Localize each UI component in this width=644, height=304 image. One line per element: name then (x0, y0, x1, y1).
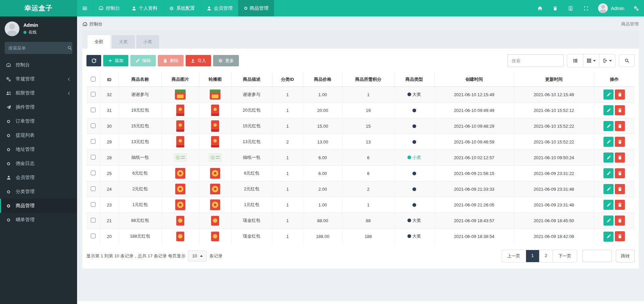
sidebar-item[interactable]: 权限管理 (0, 86, 77, 100)
row-edit-button[interactable] (603, 121, 614, 131)
row-edit-button[interactable] (603, 184, 614, 194)
carousel-image[interactable] (210, 89, 220, 100)
row-delete-button[interactable] (615, 231, 625, 241)
row-edit-button[interactable] (603, 89, 614, 100)
product-image[interactable] (176, 120, 184, 132)
next-page-button[interactable]: 下一页 (553, 250, 577, 262)
sidebar-item[interactable]: 常规管理 (0, 72, 77, 86)
column-header[interactable]: 操作 (594, 72, 635, 87)
product-image[interactable] (176, 232, 184, 241)
carousel-image[interactable] (211, 120, 219, 132)
log-book-button[interactable] (563, 0, 578, 16)
row-checkbox[interactable] (91, 171, 95, 175)
product-image[interactable] (175, 184, 185, 194)
settings-button[interactable] (629, 0, 644, 16)
row-edit-button[interactable] (603, 137, 614, 147)
row-delete-button[interactable] (615, 216, 625, 226)
search-icon[interactable] (67, 46, 72, 50)
row-delete-button[interactable] (615, 105, 625, 115)
sidebar-item[interactable]: 地址管理 (0, 142, 77, 157)
carousel-image[interactable] (211, 232, 219, 241)
sidebar-item[interactable]: 控制台 (0, 58, 77, 72)
export-button[interactable] (599, 54, 615, 67)
navbar-menu-item[interactable]: 控制台 (92, 0, 126, 16)
row-checkbox[interactable] (91, 234, 95, 238)
sidebar-item[interactable]: 分类管理 (0, 185, 77, 199)
column-header[interactable]: 商品价格 (303, 72, 342, 87)
row-checkbox[interactable] (91, 155, 95, 160)
row-delete-button[interactable] (615, 89, 625, 100)
product-image[interactable] (176, 105, 184, 116)
edit-button[interactable]: 编辑 (130, 55, 156, 66)
sidebar-item[interactable]: 订单管理 (0, 114, 77, 128)
sidebar-item[interactable]: 插件管理 (0, 100, 77, 114)
column-header[interactable]: 轮播图 (199, 72, 231, 87)
sidebar-item[interactable]: 会员管理 (0, 171, 77, 185)
import-button[interactable]: 导入 (186, 55, 211, 66)
home-button[interactable] (532, 0, 548, 16)
row-delete-button[interactable] (615, 153, 625, 163)
fullscreen-button[interactable] (578, 0, 594, 16)
row-edit-button[interactable] (603, 232, 614, 242)
product-image[interactable] (176, 136, 184, 147)
row-edit-button[interactable] (603, 105, 614, 115)
breadcrumb[interactable]: 控制台 (82, 21, 103, 27)
tab[interactable]: 全部 (87, 35, 110, 49)
row-checkbox[interactable] (91, 123, 95, 128)
row-edit-button[interactable] (603, 153, 614, 163)
column-header[interactable]: 创建时间 (434, 72, 514, 87)
row-delete-button[interactable] (615, 200, 625, 210)
column-header[interactable]: 商品名称 (119, 72, 162, 87)
carousel-image[interactable] (210, 184, 220, 194)
row-checkbox[interactable] (91, 92, 95, 97)
select-all-checkbox[interactable] (91, 77, 95, 81)
column-header[interactable]: 商品所需积分 (342, 72, 394, 87)
page-number-button[interactable]: 1 (526, 250, 539, 262)
sidebar-item[interactable]: 提现列表 (0, 128, 77, 142)
sidebar-search-input[interactable] (8, 46, 67, 51)
sidebar-item[interactable]: 晒单管理 (0, 213, 77, 227)
row-edit-button[interactable] (603, 216, 614, 226)
product-image[interactable] (175, 89, 186, 100)
tab[interactable]: 大奖 (112, 35, 135, 49)
row-delete-button[interactable] (615, 184, 625, 194)
column-header[interactable]: 商品类型 (394, 72, 434, 87)
product-image[interactable] (176, 216, 184, 226)
row-checkbox[interactable] (91, 202, 95, 207)
carousel-image[interactable] (211, 216, 219, 226)
navbar-menu-item[interactable]: 个人资料 (126, 0, 163, 16)
row-delete-button[interactable] (615, 168, 625, 178)
row-delete-button[interactable] (615, 137, 625, 147)
add-button[interactable]: 添加 (103, 55, 128, 66)
row-checkbox[interactable] (91, 108, 95, 112)
sidebar-item[interactable]: 佣金日志 (0, 157, 77, 171)
columns-button[interactable] (583, 54, 599, 67)
jump-button[interactable]: 跳转 (616, 250, 635, 262)
brand[interactable]: 幸运盒子 (0, 0, 77, 16)
sidebar-toggle-button[interactable] (77, 0, 92, 16)
navbar-menu-item[interactable]: 商品管理 (238, 0, 274, 16)
navbar-menu-item[interactable]: 会员管理 (201, 0, 238, 16)
page-number-button[interactable]: 2 (539, 250, 553, 262)
navbar-user-menu[interactable]: Admin (594, 0, 629, 16)
trash-button[interactable] (548, 0, 563, 16)
refresh-button[interactable] (86, 55, 101, 66)
more-button[interactable]: 更多 (213, 55, 239, 66)
carousel-image[interactable] (211, 105, 219, 116)
table-search-input[interactable] (508, 54, 564, 67)
carousel-image[interactable] (210, 168, 220, 179)
carousel-image[interactable] (210, 199, 220, 210)
delete-button[interactable]: 删除 (158, 55, 184, 66)
carousel-image[interactable] (211, 136, 219, 147)
tab[interactable]: 小奖 (136, 35, 159, 49)
column-header[interactable]: 更新时间 (514, 72, 594, 87)
row-delete-button[interactable] (615, 121, 625, 131)
row-checkbox[interactable] (91, 186, 95, 191)
row-checkbox[interactable] (91, 218, 95, 223)
product-image[interactable] (175, 199, 185, 210)
row-edit-button[interactable] (603, 168, 614, 178)
prev-page-button[interactable]: 上一页 (502, 250, 526, 262)
search-button[interactable] (619, 54, 635, 67)
carousel-image[interactable] (209, 154, 221, 162)
column-header[interactable]: 商品描述 (231, 72, 272, 87)
